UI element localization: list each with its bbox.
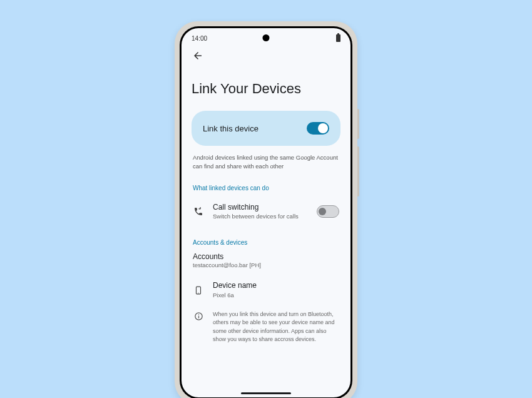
call-switching-text: Call switching Switch between devices fo… (213, 203, 308, 221)
call-switching-subtitle: Switch between devices for calls (213, 213, 308, 220)
section-accounts-devices: Accounts & devices (193, 239, 339, 246)
link-device-label: Link this device (203, 124, 258, 133)
device-name-text: Device name Pixel 6a (213, 281, 339, 299)
camera-notch (263, 34, 270, 41)
svg-rect-4 (198, 316, 198, 319)
section-linked-devices: What linked devices can do (193, 185, 339, 191)
device-name-title: Device name (213, 281, 339, 291)
device-name-value: Pixel 6a (213, 292, 339, 299)
page-title: Link Your Devices (192, 81, 340, 97)
svg-point-1 (198, 292, 198, 293)
accounts-title: Accounts (193, 252, 339, 261)
phone-bezel: 14:00 Link Your Devices Link this device… (180, 26, 352, 398)
accounts-value: testaccount@foo.bar [PH] (193, 262, 339, 268)
arrow-left-icon (192, 50, 203, 61)
info-row: When you link this device and turn on Bl… (192, 304, 340, 343)
link-device-toggle[interactable] (307, 122, 329, 135)
back-button[interactable] (192, 49, 204, 62)
call-switching-title: Call switching (213, 203, 308, 213)
volume-button (357, 109, 359, 139)
phone-icon (193, 285, 204, 296)
accounts-row[interactable]: Accounts testaccount@foo.bar [PH] (192, 252, 340, 268)
app-bar (182, 46, 350, 62)
call-switching-toggle[interactable] (317, 205, 339, 218)
device-name-row[interactable]: Device name Pixel 6a (192, 276, 340, 304)
link-description: Android devices linked using the same Go… (193, 153, 339, 171)
battery-icon (336, 34, 340, 42)
call-switching-icon (193, 206, 204, 217)
status-time: 14:00 (192, 35, 207, 42)
phone-frame: 14:00 Link Your Devices Link this device… (175, 21, 357, 398)
info-text: When you link this device and turn on Bl… (213, 310, 339, 343)
content-area: Link Your Devices Link this device Andro… (182, 81, 350, 344)
svg-point-3 (198, 314, 199, 315)
link-device-card[interactable]: Link this device (192, 111, 340, 146)
power-button (357, 146, 359, 196)
call-switching-row[interactable]: Call switching Switch between devices fo… (192, 198, 340, 226)
info-icon (193, 310, 204, 322)
screen: 14:00 Link Your Devices Link this device… (182, 28, 350, 397)
nav-home-indicator[interactable] (241, 392, 291, 394)
